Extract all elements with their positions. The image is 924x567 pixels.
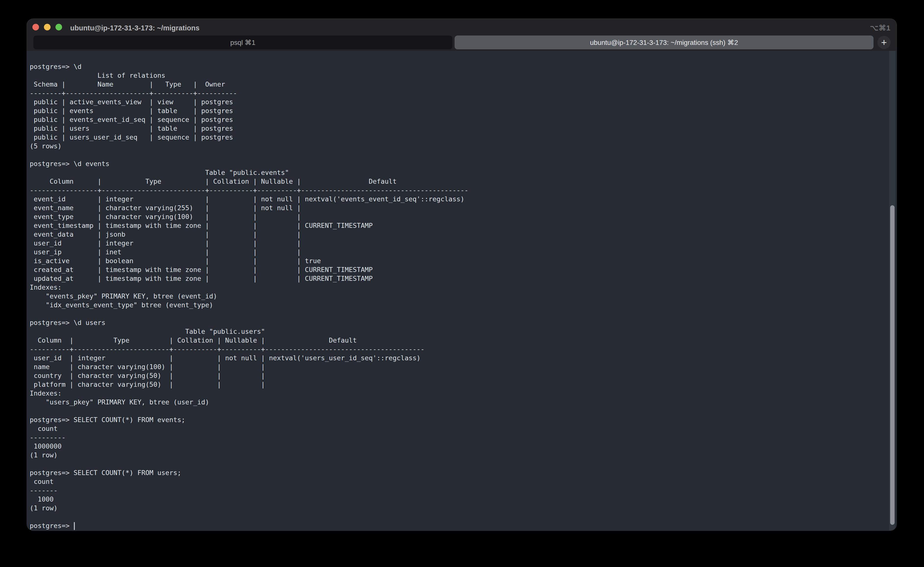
tab-psql[interactable]: psql ⌘1 [33, 36, 452, 49]
tab-ssh-migrations-label: ubuntu@ip-172-31-3-173: ~/migrations (ss… [590, 39, 738, 46]
text-cursor [74, 522, 75, 530]
traffic-lights [27, 19, 62, 35]
scrollbar-thumb[interactable] [890, 205, 895, 525]
tab-shortcut-hint: ⌥⌘1 [870, 19, 891, 36]
terminal-content[interactable]: postgres=> \d List of relations Schema |… [27, 51, 897, 531]
fullscreen-button[interactable] [56, 24, 62, 30]
window-title: ubuntu@ip-172-31-3-173: ~/migrations [70, 19, 200, 36]
terminal-output: postgres=> \d List of relations Schema |… [27, 51, 897, 530]
window-titlebar[interactable]: ubuntu@ip-172-31-3-173: ~/migrations ⌥⌘1… [27, 19, 897, 51]
new-tab-button[interactable]: + [877, 36, 891, 49]
close-button[interactable] [32, 24, 39, 30]
terminal-window: ubuntu@ip-172-31-3-173: ~/migrations ⌥⌘1… [27, 19, 897, 531]
minimize-button[interactable] [44, 24, 51, 30]
scrollbar-track[interactable] [889, 51, 895, 531]
tab-psql-label: psql ⌘1 [230, 39, 255, 46]
tab-bar: psql ⌘1 ubuntu@ip-172-31-3-173: ~/migrat… [33, 36, 891, 49]
tab-ssh-migrations[interactable]: ubuntu@ip-172-31-3-173: ~/migrations (ss… [455, 36, 874, 49]
